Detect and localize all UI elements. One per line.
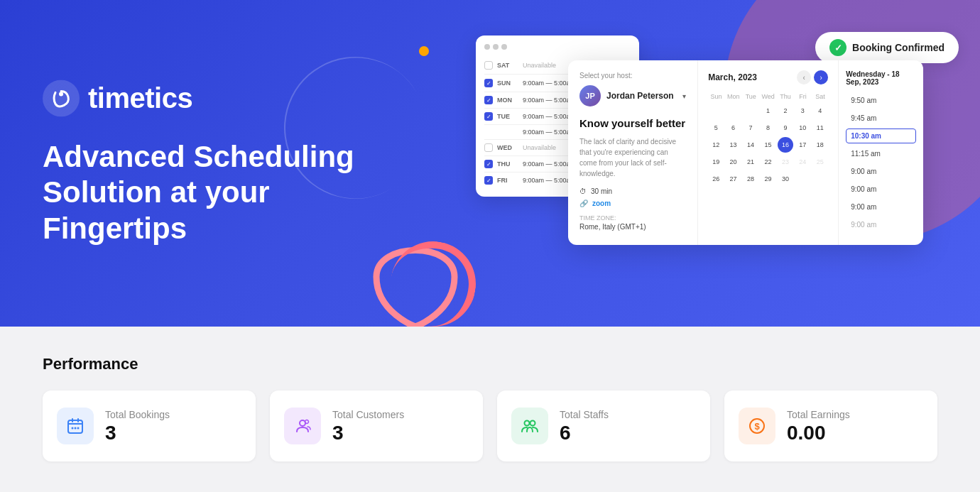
dot-3 <box>501 44 507 50</box>
cal-day-26[interactable]: 26 <box>708 171 724 187</box>
cal-label-sun: Sun <box>708 92 724 102</box>
cal-day-1[interactable]: 1 <box>760 103 775 119</box>
cal-day-15[interactable]: 15 <box>760 137 775 153</box>
cal-label-tue: Tue <box>743 92 758 102</box>
cal-day-22[interactable]: 22 <box>760 154 775 170</box>
calendar-month: March, 2023 <box>708 72 757 82</box>
calendar-next-button[interactable]: › <box>814 70 828 84</box>
cal-day-13[interactable]: 13 <box>726 137 741 153</box>
calendar-prev-button[interactable]: ‹ <box>797 70 811 84</box>
staffs-label: Total Staffs <box>560 409 609 420</box>
cal-day-empty <box>708 103 724 119</box>
dot-1 <box>484 44 490 50</box>
timezone-label: TIME ZONE: <box>579 214 686 222</box>
cal-label-fri: Fri <box>795 92 810 102</box>
zoom-link[interactable]: zoom <box>592 199 611 207</box>
calendar-section: March, 2023 ‹ › Sun Mon Tue Wed Thu Fri … <box>698 60 839 245</box>
cal-label-sat: Sat <box>812 92 828 102</box>
logo-text: timetics <box>88 82 192 114</box>
svg-point-8 <box>77 427 80 430</box>
zoom-icon: 🔗 <box>579 199 588 207</box>
unavailable-sat: Unavailable <box>523 62 556 69</box>
performance-title: Performance <box>43 355 937 373</box>
event-description: The lack of clarity and decisive that yo… <box>579 136 686 179</box>
booking-confirmed-badge: ✓ Booking Confirmed <box>815 32 959 63</box>
cal-day-17[interactable]: 17 <box>795 137 810 153</box>
event-title: Know yourself better <box>579 116 686 131</box>
cal-day-29[interactable]: 29 <box>760 171 775 187</box>
tagline-line2: Solution at your Fingertips <box>43 176 270 245</box>
cal-day-19[interactable]: 19 <box>708 154 724 170</box>
cal-day-4[interactable]: 4 <box>812 103 828 119</box>
cal-day-3[interactable]: 3 <box>795 103 810 119</box>
cal-day-14[interactable]: 14 <box>743 137 758 153</box>
svg-point-1 <box>59 92 63 96</box>
cal-label-mon: Mon <box>726 92 741 102</box>
checkbox-mon: ✓ <box>484 96 493 104</box>
cal-day-25: 25 <box>812 154 828 170</box>
checkbox-tue: ✓ <box>484 112 493 121</box>
staffs-info: Total Staffs 6 <box>560 409 609 443</box>
cal-day-27[interactable]: 27 <box>726 171 741 187</box>
cal-day-5[interactable]: 5 <box>708 120 724 136</box>
checkbox-fri: ✓ <box>484 176 493 185</box>
checkbox-sat <box>484 61 493 70</box>
cal-day-empty <box>743 103 758 119</box>
cal-day-11[interactable]: 11 <box>812 120 828 136</box>
cal-label-wed: Wed <box>760 92 775 102</box>
bookings-value: 3 <box>105 423 170 443</box>
host-avatar: JP <box>579 85 601 106</box>
booking-confirmed-label: Booking Confirmed <box>852 42 944 53</box>
earnings-label: Total Earnings <box>787 409 850 420</box>
cal-day-12[interactable]: 12 <box>708 137 724 153</box>
cal-day-9[interactable]: 9 <box>778 120 793 136</box>
time-slot-950[interactable]: 9:50 am <box>846 93 916 108</box>
time-slot-1030[interactable]: 10:30 am <box>846 129 916 143</box>
cal-day-empty <box>726 103 741 119</box>
cal-day-24: 24 <box>795 154 810 170</box>
host-row: JP Jordan Peterson ▾ <box>579 85 686 106</box>
svg-text:$: $ <box>754 421 760 432</box>
time-slot-900a[interactable]: 9:00 am <box>846 164 916 179</box>
customers-label: Total Customers <box>332 409 404 420</box>
cal-day-10[interactable]: 10 <box>795 120 810 136</box>
calendar-nav: ‹ › <box>797 70 828 84</box>
calendar-grid: Sun Mon Tue Wed Thu Fri Sat 1 2 3 4 <box>708 92 828 187</box>
dot-2 <box>493 44 499 50</box>
orange-dot-decoration <box>419 46 429 56</box>
cal-day-20[interactable]: 20 <box>726 154 741 170</box>
hero-tagline: Advanced Scheduling Solution at your Fin… <box>43 139 383 246</box>
cal-day-7[interactable]: 7 <box>743 120 758 136</box>
staffs-value: 6 <box>560 423 609 443</box>
svg-point-0 <box>43 80 80 116</box>
stat-card-bookings: Total Bookings 3 <box>43 390 256 461</box>
time-slot-900b[interactable]: 9:00 am <box>846 182 916 197</box>
logo-icon <box>43 80 80 116</box>
time-slot-945[interactable]: 9:45 am <box>846 111 916 126</box>
earnings-icon: $ <box>739 408 775 444</box>
tagline-line1: Advanced Scheduling <box>43 140 354 173</box>
unavailable-wed: Unavailable <box>523 144 556 151</box>
cal-day-28[interactable]: 28 <box>743 171 758 187</box>
time-slot-900c[interactable]: 9:00 am <box>846 199 916 214</box>
bookings-label: Total Bookings <box>105 409 170 420</box>
cal-day-18[interactable]: 18 <box>812 137 828 153</box>
day-tue: TUE <box>497 113 518 120</box>
cal-day-6[interactable]: 6 <box>726 120 741 136</box>
logo-area: timetics <box>43 80 383 116</box>
day-fri: FRI <box>497 177 518 184</box>
cal-day-16[interactable]: 16 <box>778 137 793 153</box>
time-slot-900d[interactable]: 9:00 am <box>846 217 916 232</box>
svg-point-10 <box>305 420 309 424</box>
browser-mockup-area: SAT Unavailable Apply to all + 🗑 ✓ SUN 9… <box>476 21 959 298</box>
times-date: Wednesday - 18 Sep, 2023 <box>846 70 916 86</box>
cal-day-21[interactable]: 21 <box>743 154 758 170</box>
cal-day-8[interactable]: 8 <box>760 120 775 136</box>
checkbox-thu: ✓ <box>484 160 493 168</box>
svg-point-6 <box>72 427 74 430</box>
day-sat: SAT <box>497 62 518 69</box>
cal-day-2[interactable]: 2 <box>778 103 793 119</box>
cal-day-30[interactable]: 30 <box>778 171 793 187</box>
time-slot-1115[interactable]: 11:15 am <box>846 146 916 161</box>
svg-point-11 <box>525 421 530 426</box>
